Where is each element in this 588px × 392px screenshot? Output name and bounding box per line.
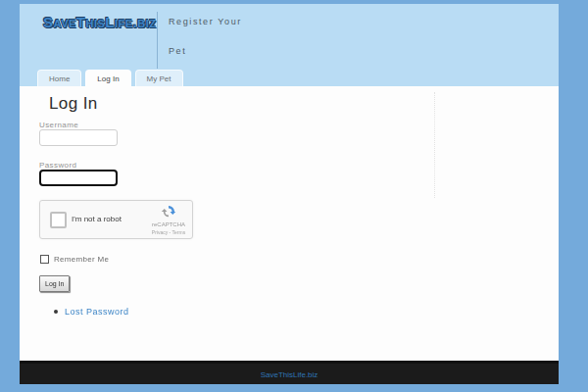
recaptcha-icon	[161, 204, 176, 220]
remember-me-checkbox[interactable]	[40, 255, 49, 264]
site-footer: SaveThisLife.biz	[20, 361, 559, 384]
recaptcha-checkbox[interactable]	[50, 212, 67, 228]
username-input[interactable]	[39, 129, 118, 146]
recaptcha-privacy-terms-links[interactable]: Privacy - Terms	[146, 229, 191, 235]
tab-login[interactable]: Log In	[85, 70, 130, 86]
list-bullet-icon	[54, 310, 58, 314]
lost-password-row: Lost Password	[54, 307, 129, 317]
password-label: Password	[39, 161, 76, 170]
header-divider	[157, 12, 158, 69]
site-logo[interactable]: SaveThisLife.biz	[43, 14, 156, 30]
tab-my-pet[interactable]: My Pet	[135, 70, 183, 86]
site-header: SaveThisLife.biz Register Your Pet Home …	[20, 4, 559, 86]
recaptcha-brand: reCAPTCHA	[146, 221, 191, 227]
tab-home[interactable]: Home	[37, 70, 81, 86]
login-button[interactable]: Log In	[39, 275, 70, 292]
lost-password-link[interactable]: Lost Password	[65, 307, 129, 317]
username-label: Username	[39, 121, 78, 129]
main-nav: Home Log In My Pet	[37, 70, 183, 86]
recaptcha-widget: I'm not a robot reCAPTCHA Privacy - Term…	[39, 200, 193, 239]
remember-me-label: Remember Me	[54, 255, 109, 264]
remember-me-row: Remember Me	[40, 255, 109, 264]
sidebar-divider	[434, 92, 435, 198]
site-tagline: Register Your Pet	[169, 17, 242, 57]
password-input[interactable]	[39, 170, 118, 186]
recaptcha-label: I'm not a robot	[72, 215, 122, 223]
tagline-line2: Pet	[169, 46, 242, 57]
tagline-line1: Register Your	[169, 17, 242, 27]
page-container: SaveThisLife.biz Register Your Pet Home …	[20, 4, 559, 384]
login-content: Log In Username Password I'm not a robot…	[20, 86, 559, 361]
page-title: Log In	[49, 94, 98, 114]
footer-site-link[interactable]: SaveThisLife.biz	[261, 370, 318, 379]
